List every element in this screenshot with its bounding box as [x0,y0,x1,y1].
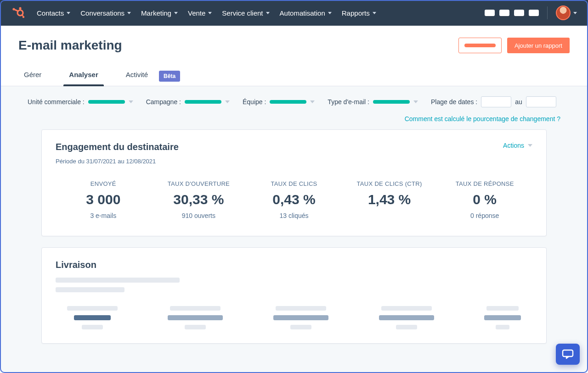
stat-label: TAUX DE CLICS (CTR) [345,180,434,187]
stat-value: 1,43 % [345,192,434,207]
filter-business-unit[interactable]: Unité commerciale : [28,98,133,106]
account-menu[interactable] [556,6,577,20]
skeleton-line [56,287,124,292]
chevron-down-icon [573,12,577,14]
filter-label: Campagne : [146,98,181,106]
filter-label: Type d'e-mail : [328,98,369,106]
stat-sub: 13 cliqués [250,212,338,219]
card-title: Engagement du destinataire [56,142,179,152]
delivery-stat-skeleton [168,306,223,329]
delivery-stats-row [56,306,532,329]
delivery-stat-skeleton [379,306,434,329]
help-link[interactable]: Comment est calculé le pourcentage de ch… [405,115,560,122]
delivery-stat-skeleton [67,306,118,329]
nav-marketing[interactable]: Marketing [141,9,178,17]
nav-contacts[interactable]: Contacts [37,9,70,17]
filter-email-type[interactable]: Type d'e-mail : [328,98,418,106]
nav-utility-icon[interactable] [485,10,495,16]
delivery-stat-skeleton [273,306,328,329]
nav-label: Vente [188,9,205,17]
stat-value: 0 % [441,192,529,207]
chevron-down-icon [373,12,376,14]
nav-vente[interactable]: Vente [188,9,212,17]
svg-point-1 [19,7,21,9]
page-header: E-mail marketing Ajouter un rapport Gére… [0,26,588,86]
filter-value [185,100,221,104]
nav-right [485,6,577,20]
stat-label: ENVOYÉ [59,180,147,187]
chat-widget-button[interactable] [556,344,580,365]
tab-activity[interactable]: Activité [120,66,153,86]
card-period: Période du 31/07/2021 au 12/08/2021 [56,158,179,165]
filters-bar: Unité commerciale : Campagne : Équipe : … [0,86,588,112]
nav-utility-icon[interactable] [499,10,509,16]
stat-sub: 3 e-mails [59,212,147,219]
card-actions-menu[interactable]: Actions [503,142,532,149]
tab-analyze[interactable]: Analyser [63,66,103,86]
add-report-button[interactable]: Ajouter un rapport [507,38,570,53]
svg-line-5 [15,10,18,11]
chevron-down-icon [208,12,212,14]
page-title: E-mail marketing [18,38,122,53]
skeleton-line [56,278,180,283]
stat-value: 3 000 [59,192,147,207]
filter-label: Plage de dates : [431,98,477,106]
svg-point-2 [23,16,24,18]
stat-sub: 0 réponse [441,212,529,219]
tabs: Gérer Analyser Activité Bêta [18,66,570,86]
date-from-input[interactable] [481,96,511,107]
date-to-input[interactable] [526,96,556,107]
stat-ctr: TAUX DE CLICS (CTR) 1,43 % [342,180,437,219]
nav-conversations[interactable]: Conversations [80,9,131,17]
nav-automatisation[interactable]: Automatisation [280,9,332,17]
filter-team[interactable]: Équipe : [243,98,315,106]
chevron-down-icon [225,100,230,103]
nav-label: Rapports [342,9,370,17]
divider [547,6,548,19]
top-navbar: Contacts Conversations Marketing Vente S… [0,0,588,26]
chevron-down-icon [266,12,270,14]
nav-label: Marketing [141,9,171,17]
chevron-down-icon [127,12,131,14]
stat-label: TAUX D'OUVERTURE [155,180,243,187]
nav-rapports[interactable]: Rapports [342,9,376,17]
tab-manage[interactable]: Gérer [18,66,47,86]
nav-service-client[interactable]: Service client [222,9,269,17]
chevron-down-icon [328,12,332,14]
delivery-card: Livraison [41,247,547,344]
chat-icon [562,349,574,359]
chevron-down-icon [174,12,178,14]
nav-utility-icon[interactable] [514,10,524,16]
nav-utility-icon[interactable] [529,10,539,16]
filter-campaign[interactable]: Campagne : [146,98,230,106]
stat-click-rate: TAUX DE CLICS 0,43 % 13 cliqués [246,180,342,219]
filter-value [270,100,306,104]
engagement-card: Engagement du destinataire Période du 31… [41,129,547,236]
stat-label: TAUX DE CLICS [250,180,338,187]
chevron-down-icon [310,100,315,103]
secondary-action-button[interactable] [458,38,502,53]
stats-row: ENVOYÉ 3 000 3 e-mails TAUX D'OUVERTURE … [56,180,532,219]
chevron-down-icon [413,100,418,103]
avatar [556,6,571,20]
beta-badge: Bêta [159,71,180,82]
date-separator: au [515,98,522,106]
stat-open-rate: TAUX D'OUVERTURE 30,33 % 910 ouverts [151,180,247,219]
chevron-down-icon [528,144,532,147]
stat-value: 30,33 % [155,192,243,207]
filter-value [373,100,410,104]
stat-sent: ENVOYÉ 3 000 3 e-mails [56,180,151,219]
filter-label: Équipe : [243,98,266,106]
stat-value: 0,43 % [250,192,338,207]
nav-links: Contacts Conversations Marketing Vente S… [37,9,376,17]
hubspot-logo-icon[interactable] [11,6,26,20]
stat-label: TAUX DE RÉPONSE [441,180,529,187]
stat-sub: 910 ouverts [155,212,243,219]
svg-line-6 [22,15,23,16]
nav-label: Contacts [37,9,64,17]
card-title: Livraison [56,260,532,270]
filter-date-range: Plage de dates : au [431,96,556,107]
stat-reply-rate: TAUX DE RÉPONSE 0 % 0 réponse [437,180,532,219]
actions-label: Actions [503,142,524,149]
filter-value [88,100,125,104]
